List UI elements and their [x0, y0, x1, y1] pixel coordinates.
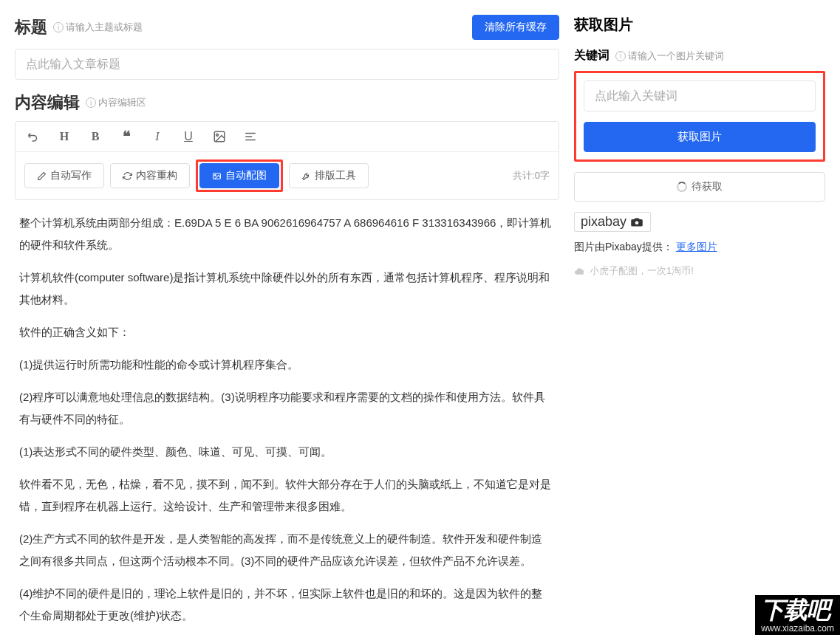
keyword-input[interactable] [584, 80, 816, 111]
info-icon: i [615, 51, 626, 61]
camera-icon [629, 217, 644, 227]
title-hint: i 请输入主题或标题 [53, 21, 143, 34]
highlight-auto-image: 自动配图 [196, 159, 283, 192]
quote-icon[interactable]: ❝ [117, 128, 135, 145]
editor-box: H B ❝ I U 自动写作 [15, 121, 559, 200]
keyword-label: 关键词 [574, 48, 609, 64]
bold-icon[interactable]: B [86, 128, 104, 145]
pixabay-badge: pixabay [574, 212, 651, 232]
paragraph: 计算机软件(computer software)是指计算机系统中除硬件以外的所有… [19, 267, 552, 311]
refresh-icon [123, 171, 132, 181]
content-hint: i 内容编辑区 [86, 96, 146, 109]
align-left-icon[interactable] [242, 128, 259, 145]
image-icon [212, 171, 222, 181]
restructure-button[interactable]: 内容重构 [110, 163, 190, 188]
paragraph: (4)维护不同的硬件是旧的，理论上软件是旧的，并不坏，但实际上软件也是旧的和坏的… [19, 583, 552, 627]
paragraph: (1)提供运行时所需功能和性能的命令或计算机程序集合。 [19, 354, 552, 376]
content-label: 内容编辑 [15, 92, 80, 114]
wrench-icon [301, 171, 311, 181]
paragraph: 软件的正确含义如下： [19, 321, 552, 343]
underline-icon[interactable]: U [180, 128, 197, 145]
footer-note: 小虎子配图，一次1淘币! [574, 264, 825, 278]
layout-tool-button[interactable]: 排版工具 [289, 163, 369, 188]
title-section-header: 标题 i 请输入主题或标题 清除所有缓存 [15, 15, 559, 40]
pending-status: 待获取 [574, 172, 825, 202]
paragraph: 整个计算机系统由两部分组成：E.69DA 5 E 6 BA 9062616964… [19, 212, 552, 256]
paragraph: (1)表达形式不同的硬件类型、颜色、味道、可见、可摸、可闻。 [19, 441, 552, 463]
sidebar-title: 获取图片 [574, 15, 825, 35]
editor-content[interactable]: 整个计算机系统由两部分组成：E.69DA 5 E 6 BA 9062616964… [15, 200, 559, 635]
keyword-hint: i 请输入一个图片关键词 [615, 49, 724, 63]
image-credit: 图片由Pixabay提供： 更多图片 [574, 241, 825, 254]
auto-write-button[interactable]: 自动写作 [24, 163, 104, 188]
pencil-icon [37, 171, 47, 181]
spinner-icon [677, 182, 687, 192]
heading-icon[interactable]: H [55, 128, 73, 145]
svg-point-7 [635, 221, 639, 224]
action-toolbar: 自动写作 内容重构 自动配图 [16, 152, 559, 199]
svg-point-1 [216, 134, 219, 136]
title-input[interactable] [15, 49, 559, 80]
auto-image-button[interactable]: 自动配图 [199, 163, 279, 188]
paragraph: 软件看不见，无色，枯燥，看不见，摸不到，闻不到。软件大部分存在于人们的头脑或纸上… [19, 473, 552, 518]
word-count: 共计:0字 [513, 169, 550, 182]
italic-icon[interactable]: I [148, 128, 166, 145]
cloud-icon [574, 267, 586, 275]
info-icon: i [53, 22, 64, 32]
paragraph: (2)生产方式不同的软件是开发，是人类智能的高发挥，而不是传统意义上的硬件制造。… [19, 528, 552, 572]
paragraph: (2)程序可以满意地处理信息的数据结构。(3)说明程序功能要求和程序需要的文档的… [19, 386, 552, 430]
undo-icon[interactable] [24, 128, 42, 145]
clear-cache-button[interactable]: 清除所有缓存 [472, 15, 559, 40]
info-icon: i [86, 97, 96, 108]
svg-point-6 [215, 174, 216, 176]
format-toolbar: H B ❝ I U [16, 122, 559, 152]
image-icon[interactable] [211, 128, 228, 145]
more-images-link[interactable]: 更多图片 [676, 241, 717, 253]
highlight-keyword-box: 获取图片 [574, 71, 825, 162]
title-label: 标题 [15, 16, 47, 38]
fetch-image-button[interactable]: 获取图片 [584, 122, 816, 152]
watermark: 下载吧 www.xiazaiba.com [755, 595, 840, 635]
